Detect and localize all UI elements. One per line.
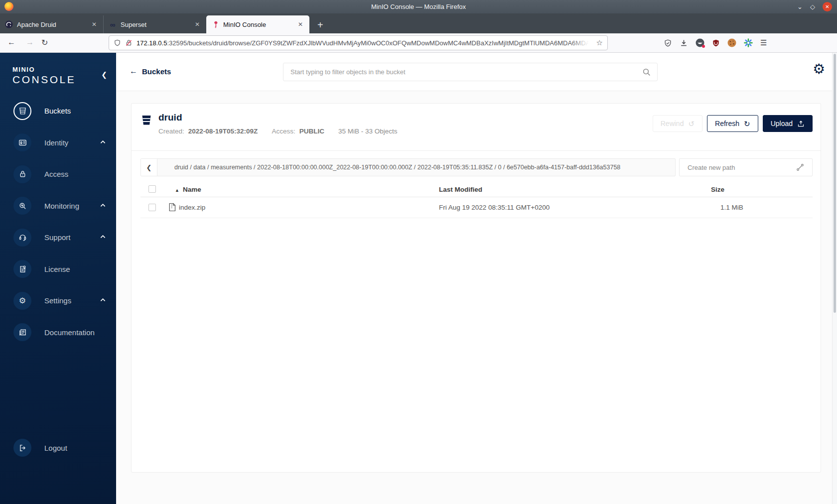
created-value: 2022-08-19T05:32:09Z bbox=[188, 127, 258, 135]
minio-console-app: MINIO CONSOLE ❮ Buckets Identity bbox=[0, 53, 837, 504]
sidebar-item-access[interactable]: Access bbox=[0, 158, 116, 190]
bucket-icon bbox=[13, 102, 31, 120]
column-header-last-modified[interactable]: Last Modified bbox=[439, 186, 482, 193]
bucket-browser-card: druid Created: 2022-08-19T05:32:09Z Acce… bbox=[131, 103, 821, 473]
tab-close-icon[interactable]: ✕ bbox=[90, 21, 98, 28]
sidebar-collapse-icon[interactable]: ❮ bbox=[101, 71, 107, 79]
tracking-shield-icon[interactable] bbox=[114, 39, 121, 47]
sidebar-item-label: Settings bbox=[44, 296, 71, 305]
column-header-name[interactable]: ▲Name bbox=[175, 186, 201, 193]
tab-minio-console[interactable]: MinIO Console ✕ bbox=[206, 15, 309, 33]
breadcrumb[interactable]: druid / data / measurements / 2022-08-18… bbox=[157, 159, 675, 176]
ublock-shield-icon[interactable] bbox=[712, 39, 720, 47]
browser-reload-icon[interactable]: ↻ bbox=[41, 38, 48, 47]
window-minimize-icon[interactable]: ⌄ bbox=[797, 3, 803, 10]
upload-button[interactable]: Upload bbox=[763, 115, 813, 132]
column-header-label: Name bbox=[183, 186, 201, 193]
gear-icon: ⚙ bbox=[13, 292, 31, 310]
breadcrumb-back-icon[interactable]: ❮ bbox=[141, 159, 157, 176]
pinwheel-extension-icon[interactable] bbox=[744, 38, 753, 47]
sidebar-item-logout[interactable]: Logout bbox=[0, 432, 116, 464]
sidebar-item-label: Access bbox=[44, 170, 68, 178]
tab-bar: Apache Druid ✕ ∞ Superset ✕ MinIO Consol… bbox=[0, 13, 837, 33]
browser-back-icon[interactable]: ← bbox=[7, 38, 15, 47]
chevron-up-icon[interactable] bbox=[100, 235, 106, 239]
upload-button-label: Upload bbox=[771, 120, 793, 127]
badge-dot bbox=[702, 45, 705, 48]
cookie-icon[interactable] bbox=[727, 38, 736, 47]
column-header-size[interactable]: Size bbox=[711, 186, 724, 193]
create-new-path-button[interactable]: Create new path bbox=[679, 158, 813, 176]
chevron-up-icon[interactable] bbox=[100, 140, 106, 144]
row-checkbox[interactable] bbox=[148, 204, 156, 211]
scrollbar-thumb[interactable] bbox=[834, 54, 836, 313]
breadcrumb-bar: ❮ druid / data / measurements / 2022-08-… bbox=[140, 158, 676, 176]
sort-asc-icon: ▲ bbox=[175, 188, 179, 193]
identity-card-icon bbox=[13, 133, 31, 151]
new-tab-icon[interactable]: + bbox=[317, 20, 323, 30]
browser-toolbar: ← → ↻ 172.18.0.5:32595/buckets/druid/bro… bbox=[0, 33, 837, 53]
sidebar-item-identity[interactable]: Identity bbox=[0, 127, 116, 159]
sidebar-item-documentation[interactable]: Documentation bbox=[0, 317, 116, 349]
pocket-shield-icon[interactable] bbox=[664, 39, 672, 47]
bucket-name: druid bbox=[158, 112, 182, 123]
sidebar-item-label: Logout bbox=[44, 444, 67, 452]
minio-logo: MINIO CONSOLE ❮ bbox=[0, 53, 116, 86]
browser-forward-icon[interactable]: → bbox=[26, 38, 34, 47]
object-browser: ❮ druid / data / measurements / 2022-08-… bbox=[132, 151, 821, 472]
size-objects-summary: 35 MiB - 33 Objects bbox=[338, 127, 398, 135]
access-label: Access: bbox=[272, 127, 295, 135]
support-headset-icon bbox=[13, 229, 31, 247]
downloads-icon[interactable] bbox=[680, 39, 688, 47]
tab-close-icon[interactable]: ✕ bbox=[193, 21, 201, 28]
sidebar-item-label: Monitoring bbox=[44, 202, 79, 210]
select-all-checkbox[interactable] bbox=[148, 185, 156, 193]
hamburger-menu-icon[interactable]: ☰ bbox=[760, 38, 767, 47]
window-maximize-icon[interactable]: ◇ bbox=[810, 3, 815, 10]
tab-superset[interactable]: ∞ Superset ✕ bbox=[103, 15, 206, 33]
sidebar-item-settings[interactable]: ⚙ Settings bbox=[0, 285, 116, 317]
sidebar-menu: Buckets Identity Access Monitoring bbox=[0, 95, 116, 348]
back-to-buckets-link[interactable]: ← Buckets bbox=[130, 67, 171, 76]
chevron-up-icon[interactable] bbox=[100, 298, 106, 302]
window-close-icon[interactable]: ✕ bbox=[823, 2, 832, 11]
sidebar-item-support[interactable]: Support bbox=[0, 222, 116, 253]
bucket-summary: druid Created: 2022-08-19T05:32:09Z Acce… bbox=[132, 104, 821, 151]
superset-favicon-icon: ∞ bbox=[109, 20, 117, 28]
table-row[interactable]: index.zip Fri Aug 19 2022 08:35:11 GMT+0… bbox=[140, 197, 813, 218]
druid-favicon-icon bbox=[5, 20, 13, 28]
page-scrollbar[interactable] bbox=[832, 53, 837, 504]
create-new-path-label: Create new path bbox=[688, 164, 735, 171]
object-filter-search bbox=[283, 63, 658, 81]
url-bar[interactable]: 172.18.0.5:32595/buckets/druid/browse/ZG… bbox=[109, 35, 608, 50]
bookmark-star-icon[interactable]: ☆ bbox=[596, 38, 603, 47]
url-text: 172.18.0.5:32595/buckets/druid/browse/ZG… bbox=[137, 39, 592, 47]
main-content: ← Buckets ⚙ druid Created: 2022-08- bbox=[116, 53, 837, 504]
license-document-icon bbox=[13, 260, 31, 278]
settings-gear-icon[interactable]: ⚙ bbox=[813, 62, 825, 76]
monitoring-magnifier-icon bbox=[13, 197, 31, 215]
insecure-lock-icon[interactable] bbox=[125, 39, 133, 47]
upload-icon bbox=[797, 120, 805, 127]
sidebar-item-label: Documentation bbox=[44, 328, 95, 337]
table-header-row: ▲Name Last Modified Size bbox=[140, 183, 813, 197]
sidebar: MINIO CONSOLE ❮ Buckets Identity bbox=[0, 53, 116, 504]
logo-console-text: CONSOLE bbox=[12, 74, 116, 86]
objects-table: ▲Name Last Modified Size index.zip Fri A… bbox=[140, 183, 813, 218]
refresh-button[interactable]: Refresh ↻ bbox=[707, 115, 758, 132]
rewind-button-label: Rewind bbox=[661, 120, 684, 127]
search-input[interactable] bbox=[283, 68, 642, 76]
sidebar-item-label: Identity bbox=[44, 138, 68, 147]
tab-label: Superset bbox=[121, 21, 189, 28]
chevron-up-icon[interactable] bbox=[100, 203, 106, 207]
sidebar-item-label: Support bbox=[44, 233, 71, 242]
sidebar-item-monitoring[interactable]: Monitoring bbox=[0, 190, 116, 222]
object-name[interactable]: index.zip bbox=[179, 204, 205, 211]
tab-close-icon[interactable]: ✕ bbox=[296, 21, 304, 28]
sidebar-item-license[interactable]: License bbox=[0, 253, 116, 285]
tab-apache-druid[interactable]: Apache Druid ✕ bbox=[0, 15, 103, 33]
containers-mask-icon[interactable] bbox=[696, 38, 704, 47]
sidebar-item-buckets[interactable]: Buckets bbox=[0, 95, 116, 127]
rewind-button[interactable]: Rewind ↺ bbox=[653, 115, 702, 132]
lock-icon bbox=[13, 165, 31, 183]
